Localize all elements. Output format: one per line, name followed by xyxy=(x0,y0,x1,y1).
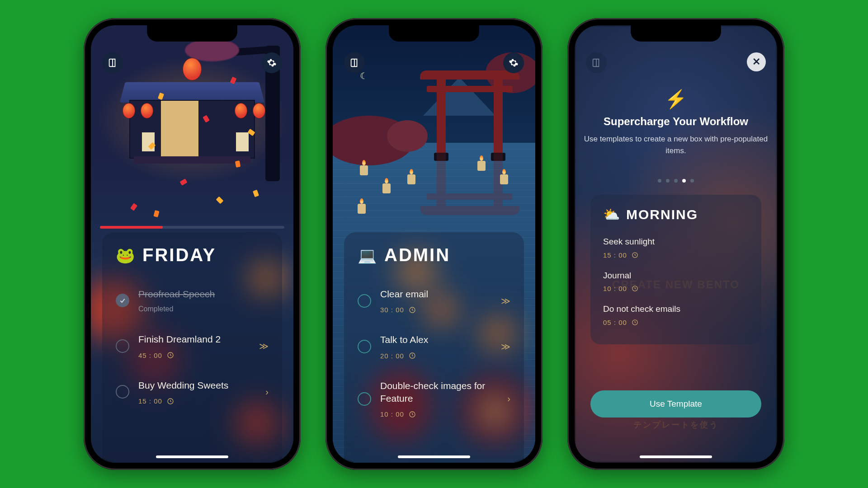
task-name: Finish Dreamland 2 xyxy=(138,333,250,346)
task-checkbox[interactable] xyxy=(358,392,371,406)
task-checkbox[interactable] xyxy=(358,340,371,353)
card-emoji: 🐸 xyxy=(116,246,136,264)
modal-subtitle: Use templates to create a new box with p… xyxy=(584,133,768,156)
chevron-right-icon: ≫ xyxy=(501,341,510,352)
task-name: Clear email xyxy=(380,288,492,300)
task-row[interactable]: Buy Wedding Sweets 15 : 00 › xyxy=(116,369,269,415)
template-item-time: 15 : 00 xyxy=(603,251,627,259)
task-name: Proofread Speech xyxy=(138,288,269,300)
template-title: ⛅ MORNING xyxy=(603,206,749,222)
ghost-japanese: テンプレートを使う xyxy=(575,419,777,430)
book-icon xyxy=(591,58,601,68)
card-title-text: FRIDAY xyxy=(142,245,216,265)
task-checkbox-done-icon[interactable] xyxy=(116,294,129,307)
book-icon xyxy=(349,58,359,68)
template-emoji: ⛅ xyxy=(603,206,621,222)
clock-icon xyxy=(409,306,416,314)
library-button[interactable] xyxy=(102,52,123,73)
task-checkbox[interactable] xyxy=(116,385,129,399)
book-icon xyxy=(108,58,118,68)
clock-icon xyxy=(167,398,174,405)
task-checkbox[interactable] xyxy=(358,294,371,308)
home-indicator[interactable] xyxy=(398,455,470,458)
task-time: 20 : 00 xyxy=(380,352,404,360)
modal-header: ⚡ Supercharge Your Workflow Use template… xyxy=(584,89,768,156)
gear-icon xyxy=(267,58,277,68)
settings-button[interactable] xyxy=(503,52,524,73)
task-time: 30 : 00 xyxy=(380,306,404,314)
clock-icon xyxy=(632,319,638,326)
task-card: 🐸 FRIDAY Proofread Speech Completed Fini… xyxy=(102,232,282,463)
task-row[interactable]: Double-check images for Feature 10 : 00 … xyxy=(358,370,510,428)
library-button-dimmed xyxy=(586,52,607,73)
template-item-name: Journal xyxy=(603,270,749,282)
template-preview-card: ⛅ MORNING Seek sunlight 15 : 00 Journal … xyxy=(590,195,761,344)
close-button[interactable]: ✕ xyxy=(747,52,766,71)
card-emoji: 💻 xyxy=(358,246,378,264)
card-title-text: ADMIN xyxy=(384,245,450,265)
template-item-name: Seek sunlight xyxy=(603,236,749,248)
task-card: 💻 ADMIN Clear email 30 : 00 ≫ Talk to Al… xyxy=(344,232,524,463)
phone-admin: ☾ xyxy=(326,18,542,470)
clock-icon xyxy=(632,285,638,292)
home-indicator[interactable] xyxy=(156,455,228,458)
template-item-name: Do not check emails xyxy=(603,303,749,315)
template-item: Seek sunlight 15 : 00 xyxy=(603,230,749,264)
modal-title: Supercharge Your Workflow xyxy=(584,115,768,128)
task-time: 15 : 00 xyxy=(138,397,162,405)
task-time: 10 : 00 xyxy=(380,410,404,418)
gear-icon xyxy=(509,58,519,68)
lightning-icon: ⚡ xyxy=(584,89,768,110)
task-status: Completed xyxy=(138,305,269,313)
card-title: 💻 ADMIN xyxy=(358,245,510,265)
use-template-label: Use Template xyxy=(650,399,702,409)
template-item-time: 05 : 00 xyxy=(603,319,627,326)
task-time: 45 : 00 xyxy=(138,352,162,359)
task-name: Double-check images for Feature xyxy=(380,380,498,405)
library-button[interactable] xyxy=(344,52,365,73)
task-checkbox[interactable] xyxy=(116,339,129,353)
home-indicator[interactable] xyxy=(640,455,712,458)
clock-icon xyxy=(409,411,416,418)
progress-bar xyxy=(100,226,284,229)
chevron-right-icon: ≫ xyxy=(501,296,510,306)
settings-button[interactable] xyxy=(261,52,282,73)
task-row[interactable]: Talk to Alex 20 : 00 ≫ xyxy=(358,324,510,369)
use-template-button[interactable]: Use Template xyxy=(590,390,761,418)
close-icon: ✕ xyxy=(752,56,760,68)
moon-icon: ☾ xyxy=(360,70,368,81)
template-item: Journal 10 : 00 xyxy=(603,264,749,298)
chevron-right-icon: ≫ xyxy=(259,341,269,352)
card-title: 🐸 FRIDAY xyxy=(116,245,269,265)
clock-icon xyxy=(167,352,174,359)
phone-template-modal: CREATE NEW BENTO USE TEMPLATE テンプレートを使う … xyxy=(567,18,784,470)
clock-icon xyxy=(632,252,638,258)
task-name: Buy Wedding Sweets xyxy=(138,379,256,392)
page-indicator[interactable] xyxy=(575,179,777,183)
task-row[interactable]: Finish Dreamland 2 45 : 00 ≫ xyxy=(116,323,269,369)
clock-icon xyxy=(409,352,416,359)
phone-friday: 🐸 FRIDAY Proofread Speech Completed Fini… xyxy=(84,18,301,470)
template-item: Do not check emails 05 : 00 xyxy=(603,298,749,332)
template-item-time: 10 : 00 xyxy=(603,285,627,292)
chevron-right-icon: › xyxy=(507,394,510,404)
template-title-text: MORNING xyxy=(626,207,698,222)
task-row[interactable]: Proofread Speech Completed xyxy=(116,278,269,323)
chevron-right-icon: › xyxy=(265,387,269,397)
task-name: Talk to Alex xyxy=(380,333,492,346)
task-row[interactable]: Clear email 30 : 00 ≫ xyxy=(358,278,510,324)
